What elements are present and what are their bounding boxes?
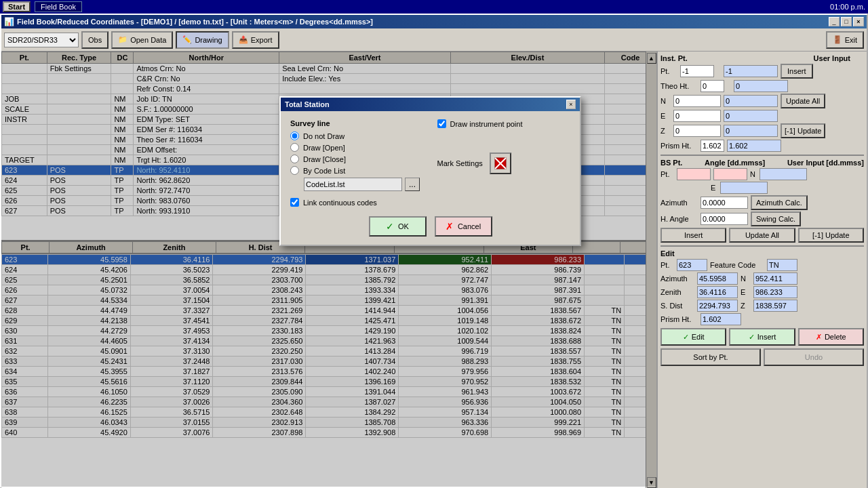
n-input[interactable]: [724, 95, 778, 107]
radio-do-not-draw[interactable]: Do not Draw: [290, 131, 424, 140]
obs-label: Obs: [88, 36, 102, 44]
update-all-label: Update All: [786, 97, 820, 105]
by-code-list-label: By Code List: [303, 167, 345, 175]
ok-check-icon: ✓: [386, 221, 394, 232]
open-data-button[interactable]: 📁 Open Data: [111, 31, 173, 49]
cancel-x-icon: ✗: [446, 221, 454, 232]
radio-draw-close[interactable]: Draw [Close]: [290, 155, 424, 163]
pt2-n-input[interactable]: [713, 168, 747, 180]
s-dist-label: S. Dist: [660, 302, 694, 310]
theo-ht-value[interactable]: [701, 80, 724, 92]
sort-by-pt-btn[interactable]: Sort by Pt.: [660, 348, 761, 366]
z-input[interactable]: [724, 125, 778, 137]
insert-label: Insert: [787, 67, 806, 75]
e3-label: E: [741, 288, 751, 296]
codelist-input[interactable]: [304, 178, 402, 191]
insert-btn-label: Insert: [757, 333, 776, 341]
edit-btn[interactable]: ✓ Edit: [660, 328, 726, 346]
azimuth-value-input[interactable]: [701, 197, 748, 209]
radio-draw-open[interactable]: Draw [Open]: [290, 143, 424, 152]
total-station-dialog: Total Station × Survey line Do not Draw: [279, 96, 581, 246]
feature-code-input[interactable]: [767, 259, 797, 271]
right-panel: Inst. Pt. User Input Pt. Insert Theo Ht.: [656, 52, 867, 488]
update-all2-button[interactable]: Update All: [729, 228, 795, 243]
obs-button[interactable]: Obs: [81, 31, 108, 49]
cancel-button[interactable]: ✗ Cancel: [435, 216, 492, 237]
draw-instrument-point-checkbox[interactable]: Draw instrument point: [437, 119, 523, 128]
inst-pt-label: Inst. Pt.: [660, 54, 688, 62]
update2-button[interactable]: [-1] Update: [798, 228, 864, 243]
export-button[interactable]: 📤 Export: [232, 31, 279, 49]
update-label: [-1] Update: [785, 127, 821, 135]
insert-btn[interactable]: ✓ Insert: [729, 328, 795, 346]
update-button[interactable]: [-1] Update: [781, 123, 825, 138]
prism-ht2-input[interactable]: [701, 313, 741, 325]
pt3-input[interactable]: [677, 259, 707, 271]
exit-button[interactable]: 🚪 Exit: [826, 31, 864, 49]
survey-line-title: Survey line: [290, 119, 424, 127]
z3-input[interactable]: [753, 300, 797, 312]
ok-button[interactable]: ✓ OK: [369, 216, 427, 237]
zenith-input[interactable]: [697, 286, 738, 298]
minimize-button[interactable]: _: [829, 17, 840, 26]
radio-by-code-list[interactable]: By Code List: [290, 166, 424, 175]
h-angle-input[interactable]: [701, 213, 748, 225]
exit-label: Exit: [845, 36, 857, 44]
n2-input[interactable]: [760, 168, 807, 180]
close-button[interactable]: ×: [853, 17, 864, 26]
insert-button[interactable]: Insert: [781, 64, 813, 79]
mark-settings-btn[interactable]: [490, 152, 511, 174]
prism-ht-input[interactable]: [727, 140, 781, 152]
azimuth2-input[interactable]: [697, 272, 738, 285]
ok-label: OK: [398, 222, 409, 230]
drawing-label: Drawing: [195, 36, 222, 44]
pt2-value[interactable]: [677, 168, 711, 180]
e2-label: E: [711, 184, 717, 192]
angle-label: Angle [dd.mmss]: [705, 159, 765, 167]
inst-pt-section: Inst. Pt. User Input Pt. Insert Theo Ht.: [660, 54, 864, 152]
codelist-browse-btn[interactable]: ...: [405, 178, 420, 191]
azimuth-calc-button[interactable]: Azimuth Calc.: [751, 195, 808, 210]
e-value[interactable]: [673, 110, 721, 122]
link-continuous-codes-checkbox[interactable]: Link continuous codes: [290, 198, 424, 207]
drawing-icon: ✏️: [182, 35, 192, 44]
pt-dropdown[interactable]: [680, 65, 714, 77]
insert2-label: Insert: [684, 231, 703, 239]
azimuth-calc-label: Azimuth Calc.: [756, 199, 802, 207]
e3-input[interactable]: [753, 286, 797, 298]
start-button[interactable]: Start: [3, 1, 31, 12]
drawing-button[interactable]: ✏️ Drawing: [176, 31, 229, 49]
maximize-button[interactable]: □: [841, 17, 852, 26]
sdr-select[interactable]: SDR20/SDR33: [4, 33, 79, 47]
theo-ht-input[interactable]: [734, 80, 788, 92]
s-dist-input[interactable]: [697, 300, 738, 312]
azimuth2-label: Azimuth: [660, 274, 694, 283]
modal-titlebar: Total Station ×: [281, 98, 580, 111]
update2-label: [-1] Update: [812, 231, 849, 239]
e-input[interactable]: [724, 110, 778, 122]
n3-input[interactable]: [753, 272, 797, 285]
open-data-label: Open Data: [130, 36, 166, 44]
codelist-row: ...: [304, 178, 424, 191]
insert-check-icon: ✓: [749, 333, 755, 342]
insert2-button[interactable]: Insert: [660, 228, 726, 243]
swing-calc-label: Swing Calc.: [756, 215, 795, 223]
mark-settings-icon: [493, 156, 508, 171]
swing-calc-button[interactable]: Swing Calc.: [751, 211, 801, 226]
edit-btn-label: Edit: [692, 333, 705, 341]
pt-user-input[interactable]: [724, 65, 778, 77]
update-all-button[interactable]: Update All: [781, 94, 825, 108]
prism-ht2-label: Prism Ht.: [660, 315, 698, 323]
undo-btn[interactable]: Undo: [764, 348, 864, 366]
azimuth-label: Azimuth: [660, 199, 698, 207]
modal-close-btn[interactable]: ×: [566, 100, 576, 109]
delete-btn[interactable]: ✗ Delete: [798, 328, 864, 346]
z-value[interactable]: [673, 125, 721, 137]
n-value[interactable]: [673, 95, 721, 107]
taskbar-app[interactable]: Field Book: [35, 1, 82, 12]
prism-ht-value[interactable]: [701, 140, 724, 152]
e2-input[interactable]: [720, 182, 768, 194]
bs-pt-label: BS Pt.: [660, 159, 682, 167]
draw-close-label: Draw [Close]: [303, 155, 346, 163]
system-tray-text: 01:00 p.m.: [830, 3, 865, 11]
